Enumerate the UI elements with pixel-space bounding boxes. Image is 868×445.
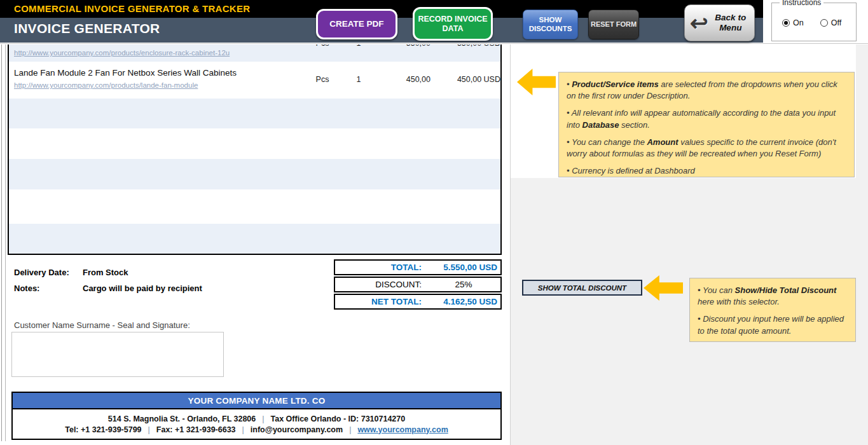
left-frame-line-outer: [1, 44, 2, 441]
net-total-label: NET TOTAL:: [335, 297, 427, 306]
item-1-amount[interactable]: 550,00 USD: [431, 44, 500, 48]
item-1-unit-price[interactable]: 550,00: [375, 44, 431, 48]
item-2-product-link[interactable]: http://www.yourcompany.com/products/land…: [14, 81, 198, 89]
item-2-qty[interactable]: 1: [345, 75, 373, 84]
item-1-qty[interactable]: 1: [345, 44, 373, 48]
radio-off-icon[interactable]: [820, 19, 828, 27]
separator: |: [242, 425, 244, 434]
empty-item-row[interactable]: [9, 224, 500, 254]
discount-label: DISCOUNT:: [335, 280, 427, 289]
record-invoice-data-label: RECORD INVOICE DATA: [415, 15, 491, 33]
company-email: info@yourcompany.com: [251, 425, 343, 434]
notes-value[interactable]: Cargo will be paid by recipient: [83, 284, 202, 293]
show-total-discount-button[interactable]: SHOW TOTAL DISCOUNT: [522, 280, 642, 296]
item-2-unit[interactable]: Pcs: [300, 75, 345, 84]
total-row: TOTAL: 5.550,00 USD: [334, 259, 502, 275]
back-to-menu-label: Back to Menu: [712, 13, 750, 33]
delivery-date-label: Delivery Date:: [14, 268, 69, 277]
instructions-off-label: Off: [831, 18, 841, 27]
separator: |: [262, 414, 264, 423]
note-bullet: • You can Show/Hide Total Discount here …: [698, 285, 848, 308]
signature-label: Customer Name Surname - Seal and Signatu…: [14, 320, 190, 330]
delivery-date-value[interactable]: From Stock: [83, 268, 128, 277]
instructions-on-label: On: [793, 18, 804, 27]
net-total-row: NET TOTAL: 4.162,50 USD: [334, 294, 502, 310]
discount-row: DISCOUNT: 25%: [334, 277, 502, 292]
left-frame-line-inner: [5, 44, 6, 441]
company-address-line: 514 S. Magnolia St. - Orlando, FL 32806 …: [108, 414, 405, 423]
empty-item-row[interactable]: [9, 99, 500, 128]
notes-label: Notes:: [14, 284, 39, 293]
total-label: TOTAL:: [335, 263, 427, 272]
totals-box: TOTAL: 5.550,00 USD DISCOUNT: 25% NET TO…: [334, 259, 502, 311]
company-fax: Fax: +1 321-939-6633: [156, 425, 236, 434]
item-2-description[interactable]: Lande Fan Module 2 Fan For Netbox Series…: [14, 68, 237, 78]
company-tax-id: Tax Office Orlando - ID: 7310714270: [271, 414, 406, 423]
show-discounts-button[interactable]: SHOW DISCOUNTS: [523, 10, 578, 39]
note-bullet: • Product/Service items are selected fro…: [567, 79, 846, 102]
separator: |: [148, 425, 150, 434]
note-bullet: • You can change the Amount values speci…: [567, 137, 846, 160]
left-arrow-icon: [644, 275, 683, 301]
note-bullet: • Discount you input here will be applie…: [698, 313, 848, 336]
empty-item-row[interactable]: [9, 128, 500, 159]
net-total-value: 4.162,50 USD: [427, 297, 500, 306]
table-row-item-2[interactable]: Lande Fan Module 2 Fan For Netbox Series…: [9, 62, 500, 99]
back-arrow-icon: ↩: [690, 12, 708, 34]
empty-item-row[interactable]: [9, 189, 500, 224]
empty-item-row[interactable]: [9, 159, 500, 189]
note-bullet: • All relevant info will appear automati…: [567, 107, 846, 130]
discount-value[interactable]: 25%: [427, 280, 500, 289]
show-discounts-label: SHOW DISCOUNTS: [523, 16, 577, 32]
signature-box[interactable]: [11, 332, 224, 377]
total-value: 5.550,00 USD: [427, 263, 500, 272]
company-website-link[interactable]: www.yourcompany.com: [357, 425, 448, 434]
create-pdf-button[interactable]: CREATE PDF: [316, 9, 397, 39]
discount-help-note: • You can Show/Hide Total Discount here …: [689, 278, 856, 342]
separator: |: [349, 425, 351, 434]
item-1-unit[interactable]: Pcs: [300, 44, 345, 48]
reset-form-button[interactable]: RESET FORM: [588, 10, 639, 39]
item-2-unit-price[interactable]: 450,00: [375, 75, 431, 84]
header-divider: [0, 43, 868, 44]
record-invoice-data-button[interactable]: RECORD INVOICE DATA: [413, 7, 493, 41]
company-contact-line: Tel: +1 321-939-5799 | Fax: +1 321-939-6…: [65, 425, 448, 434]
item-1-product-link[interactable]: http://www.yourcompany.com/products/encl…: [14, 49, 230, 57]
instructions-group: Instructions On Off: [771, 3, 857, 41]
company-name: YOUR COMPANY NAME LTD. CO: [188, 396, 326, 406]
create-pdf-label: CREATE PDF: [329, 19, 383, 29]
instructions-on-radio[interactable]: On: [782, 18, 804, 27]
radio-on-icon[interactable]: [782, 19, 790, 27]
company-info-box: 514 S. Magnolia St. - Orlando, FL 32806 …: [11, 409, 502, 440]
company-address: 514 S. Magnolia St. - Orlando, FL 32806: [108, 414, 256, 423]
company-name-bar: YOUR COMPANY NAME LTD. CO: [11, 392, 502, 409]
reset-form-label: RESET FORM: [591, 20, 637, 29]
back-to-menu-button[interactable]: ↩ Back to Menu: [684, 4, 755, 41]
note-bullet: • Currency is defined at Dashboard: [567, 165, 846, 177]
company-tel: Tel: +1 321-939-5799: [65, 425, 141, 434]
show-total-discount-label: SHOW TOTAL DISCOUNT: [538, 284, 626, 292]
helper-panel: • Product/Service items are selected fro…: [510, 44, 868, 445]
item-2-amount[interactable]: 450,00 USD: [431, 75, 500, 84]
instructions-legend: Instructions: [780, 0, 823, 7]
app-title: COMMERCIAL INVOICE GENERATOR & TRACKER: [14, 3, 250, 14]
instructions-off-radio[interactable]: Off: [820, 18, 841, 27]
page-title: INVOICE GENERATOR: [14, 21, 160, 36]
table-row-item-1[interactable]: Pcs 1 550,00 550,00 USD http://www.yourc…: [9, 44, 500, 62]
items-help-note: • Product/Service items are selected fro…: [558, 72, 855, 177]
invoice-items-table: Pcs 1 550,00 550,00 USD http://www.yourc…: [8, 44, 502, 255]
